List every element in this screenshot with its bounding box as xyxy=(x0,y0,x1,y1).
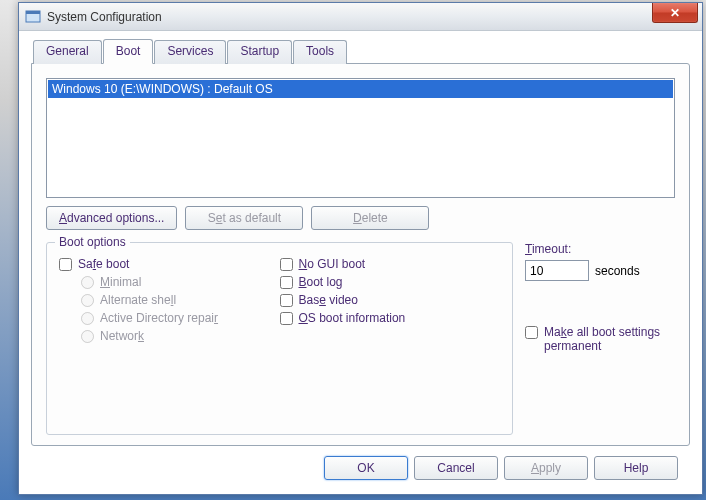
timeout-label: Timeout: xyxy=(525,242,675,256)
help-button[interactable]: Help xyxy=(594,456,678,480)
window-body: General Boot Services Startup Tools Wind… xyxy=(19,31,702,494)
radio-adrepair-input xyxy=(81,312,94,325)
apply-button: Apply xyxy=(504,456,588,480)
radio-altshell-input xyxy=(81,294,94,307)
label: Safe boot xyxy=(78,257,129,271)
tab-panel-boot: Windows 10 (E:\WINDOWS) : Default OS AAd… xyxy=(31,63,690,446)
radio-network-input xyxy=(81,330,94,343)
safe-boot-input[interactable] xyxy=(59,258,72,271)
label: OS boot information xyxy=(299,311,406,325)
radio-minimal: Minimal xyxy=(81,275,280,289)
label: Alternate shell xyxy=(100,293,176,307)
col-left: Safe boot Minimal Alternate shell xyxy=(59,253,280,426)
btn-label: AAdvanced options...dvanced options... xyxy=(59,211,164,225)
btn-label: Set as default xyxy=(208,211,281,225)
radio-alternate-shell: Alternate shell xyxy=(81,293,280,307)
base-video-checkbox[interactable]: Base video xyxy=(280,293,501,307)
ok-button[interactable]: OK xyxy=(324,456,408,480)
window-title: System Configuration xyxy=(47,10,162,24)
tab-boot[interactable]: Boot xyxy=(103,39,154,64)
app-icon xyxy=(25,9,41,25)
cancel-button[interactable]: Cancel xyxy=(414,456,498,480)
no-gui-boot-checkbox[interactable]: No GUI boot xyxy=(280,257,501,271)
make-permanent-checkbox[interactable]: Make all boot settings permanent xyxy=(525,325,675,353)
advanced-options-button[interactable]: AAdvanced options...dvanced options... xyxy=(46,206,177,230)
timeout-unit: seconds xyxy=(595,264,640,278)
os-boot-info-checkbox[interactable]: OS boot information xyxy=(280,311,501,325)
boot-entries-list[interactable]: Windows 10 (E:\WINDOWS) : Default OS xyxy=(46,78,675,198)
btn-label: Delete xyxy=(353,211,388,225)
label: No GUI boot xyxy=(299,257,366,271)
boot-log-checkbox[interactable]: Boot log xyxy=(280,275,501,289)
options-row: Boot options Safe boot Minimal xyxy=(46,242,675,435)
dialog-footer: OK Cancel Apply Help xyxy=(31,446,690,486)
make-permanent-input[interactable] xyxy=(525,326,538,339)
delete-button: Delete xyxy=(311,206,429,230)
tab-tools[interactable]: Tools xyxy=(293,40,347,64)
set-as-default-button: Set as default xyxy=(185,206,303,230)
bootlog-input[interactable] xyxy=(280,276,293,289)
boot-options-group: Boot options Safe boot Minimal xyxy=(46,242,513,435)
tab-general[interactable]: General xyxy=(33,40,102,64)
timeout-input[interactable] xyxy=(525,260,589,281)
osinfo-input[interactable] xyxy=(280,312,293,325)
label: Active Directory repair xyxy=(100,311,218,325)
label: Make all boot settings permanent xyxy=(544,325,675,353)
tab-strip: General Boot Services Startup Tools xyxy=(33,39,690,63)
nogui-input[interactable] xyxy=(280,258,293,271)
system-configuration-window: System Configuration ✕ General Boot Serv… xyxy=(18,2,703,495)
tab-startup[interactable]: Startup xyxy=(227,40,292,64)
timeout-box: Timeout: seconds Make all boot settings … xyxy=(525,242,675,435)
safe-boot-radios: Minimal Alternate shell Active Directory… xyxy=(81,275,280,343)
close-icon: ✕ xyxy=(670,6,680,20)
label: Boot log xyxy=(299,275,343,289)
label: Base video xyxy=(299,293,358,307)
tab-services[interactable]: Services xyxy=(154,40,226,64)
group-title: Boot options xyxy=(55,235,130,249)
safe-boot-checkbox[interactable]: Safe boot xyxy=(59,257,280,271)
label: Apply xyxy=(531,461,561,475)
basevideo-input[interactable] xyxy=(280,294,293,307)
label: Minimal xyxy=(100,275,141,289)
radio-ad-repair: Active Directory repair xyxy=(81,311,280,325)
label: Network xyxy=(100,329,144,343)
radio-network: Network xyxy=(81,329,280,343)
boot-entry-selected[interactable]: Windows 10 (E:\WINDOWS) : Default OS xyxy=(48,80,673,98)
boot-buttons-row: AAdvanced options...dvanced options... S… xyxy=(46,206,675,230)
timeout-row: seconds xyxy=(525,260,675,281)
close-button[interactable]: ✕ xyxy=(652,3,698,23)
col-right: No GUI boot Boot log Base video OS xyxy=(280,253,501,426)
titlebar[interactable]: System Configuration ✕ xyxy=(19,3,702,31)
radio-minimal-input xyxy=(81,276,94,289)
svg-rect-1 xyxy=(26,11,40,14)
